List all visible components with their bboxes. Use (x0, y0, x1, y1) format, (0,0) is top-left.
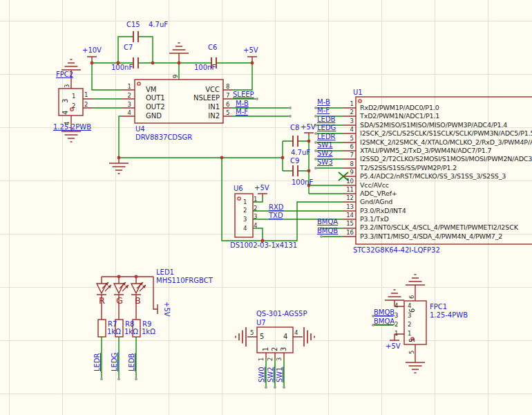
r7-body (98, 320, 106, 337)
c9-value[interactable]: 100nF (292, 178, 313, 186)
u7-pin1-number: 1 (258, 358, 265, 361)
u4-left-pin-numbers: 1234 (116, 82, 131, 118)
u4-pin-number: 4 (116, 109, 131, 118)
u7-part[interactable]: QS-301-AGS5P (256, 310, 307, 317)
power-flag-10v[interactable]: +10V (82, 46, 102, 54)
c6-ref[interactable]: C6 (208, 44, 217, 51)
c9-plates (293, 165, 298, 176)
u1-net-label: M-B (317, 98, 400, 107)
c9-ref[interactable]: C9 (290, 157, 299, 165)
power-flag-5v[interactable]: +5V (254, 184, 269, 192)
u6-part[interactable]: DS1002-03-1x4131 (230, 241, 297, 249)
u7-ref[interactable]: U7 (256, 319, 266, 326)
ground-icon (61, 131, 81, 142)
fpc2-pin2-number: 2 (84, 102, 88, 108)
c7-plates (133, 57, 138, 68)
u1-net-label (317, 192, 400, 201)
u6-pin-number: 4 (254, 221, 259, 230)
u1-net-label (317, 184, 400, 192)
net-label-rxd[interactable]: RXD (269, 203, 284, 211)
u1-net-labels[interactable]: M-BM-FLEDBLEDGLEDRSW1SW2SW3BMQABMQB (317, 98, 400, 235)
fpc2-pin1-number: 1 (84, 92, 88, 98)
u6-inner-pin-numbers: 1234 (243, 198, 249, 233)
u7-pin2-number: 2 (267, 358, 274, 361)
c15-ref[interactable]: C15 (126, 21, 140, 28)
u7-pin4-number: 4 (294, 330, 298, 336)
u1-net-label: LEDB (317, 116, 400, 124)
r7-ref[interactable]: R7 (108, 320, 117, 328)
fpc1-pin-number: 1 (408, 329, 413, 338)
fpc1-ref[interactable]: FPC1 (430, 303, 447, 311)
fpc2-pin4-number: 4 (64, 122, 70, 125)
r8-ref[interactable]: R8 (125, 320, 134, 328)
u1-net-label (317, 210, 400, 218)
r9-value[interactable]: 1kΩ (142, 328, 155, 335)
r7-value[interactable]: 1kΩ (107, 328, 121, 335)
led1-ref[interactable]: LED1 (156, 268, 174, 276)
ground-icon (109, 163, 129, 174)
u4-pin-number: 6 (226, 100, 236, 109)
u4-pin-name: IN2 (159, 112, 220, 121)
fpc1-pin-number: 2 (395, 320, 400, 329)
fpc1-outer-pin-numbers: 4321 (395, 302, 400, 338)
c6-value[interactable]: 100nF (194, 64, 216, 71)
u4-pin-number: 5 (226, 109, 236, 118)
c7-value[interactable]: 100nF (111, 64, 133, 71)
u1-net-label (317, 167, 400, 175)
fpc1-pin-number: 2 (408, 320, 413, 329)
u1-net-label: SW1 (317, 141, 400, 149)
u1-ref[interactable]: U1 (353, 89, 363, 96)
net-label-sw0[interactable]: SW0 (258, 367, 265, 382)
u6-pin-number: 3 (254, 212, 259, 221)
net-label-bmqb[interactable]: BMQB (374, 308, 395, 316)
power-flag-5v[interactable]: +5V (243, 46, 258, 54)
fpc2-part[interactable]: 1.25-2PWB (53, 123, 91, 131)
u1-net-label: M-F (317, 107, 400, 115)
c8-ref[interactable]: C8 (290, 124, 299, 131)
r9-ref[interactable]: R9 (142, 320, 151, 328)
c15-plates (133, 31, 138, 42)
u6-pin-number: 2 (243, 206, 249, 215)
net-label-txd[interactable]: TXD (269, 212, 283, 219)
u4-ref[interactable]: U4 (135, 125, 145, 133)
u4-part[interactable]: DRV8837CDSGR (135, 133, 192, 141)
u4-pin-name: IN1 (159, 103, 220, 112)
net-label-mb[interactable]: M-B (236, 100, 249, 107)
led1-part[interactable]: MHS110FRGBCT (156, 277, 213, 284)
power-flag-5v[interactable]: +5V (386, 342, 401, 350)
fpc1-part[interactable]: 1.25-4PWB (430, 311, 468, 319)
u1-net-label: BMQA (317, 218, 400, 226)
u4-pin-name: VCC (159, 86, 220, 95)
c7-ref[interactable]: C7 (124, 44, 133, 51)
fpc1-pin5-number: 5 (409, 351, 415, 354)
net-label-mf[interactable]: M-F (236, 108, 248, 116)
r8-value[interactable]: 1kΩ (124, 328, 138, 335)
net-label-ledr[interactable]: LEDR (93, 353, 101, 371)
schematic-canvas[interactable]: C15 4.7uF C7 100nF C6 100nF C8 4.7uF C9 … (0, 0, 532, 415)
power-flag-5v-rotated[interactable]: +5V (163, 302, 171, 317)
u4-pin-number: 3 (116, 100, 131, 109)
u4-pin-number: 2 (116, 91, 131, 100)
led1-symbol[interactable] (97, 277, 158, 320)
ground-icon (169, 43, 189, 53)
net-label-sleep[interactable]: SLEEP (233, 91, 254, 98)
u7-pin2-inner: 2 (271, 347, 278, 351)
net-label-sw1[interactable]: SW1 (276, 367, 283, 382)
net-label-bmqa[interactable]: BMQA (374, 317, 395, 325)
c15-value[interactable]: 4.7uF (149, 21, 168, 28)
net-label-ledg[interactable]: LEDG (111, 353, 118, 371)
u1-part[interactable]: STC32G8K64-42I-LQFP32 (353, 246, 440, 254)
u6-ref[interactable]: U6 (234, 185, 243, 192)
fpc1-pin-number: 1 (395, 329, 400, 338)
u4-pin-number: 1 (116, 82, 131, 91)
fpc2-ref[interactable]: FPC2 (56, 71, 73, 78)
c8-value[interactable]: 4.7uF (291, 149, 310, 156)
u7-pin3-inner: 3 (280, 347, 287, 351)
u1-net-label: LEDR (317, 133, 400, 141)
u1-net-label (317, 176, 400, 184)
net-label-ledb[interactable]: LEDB (128, 353, 135, 371)
u1-net-label: LEDG (317, 124, 400, 132)
u7-pin5-number: 5 (250, 330, 254, 336)
net-label-sw2[interactable]: SW2 (267, 367, 274, 382)
power-flag-5v[interactable]: +5V (301, 123, 316, 131)
